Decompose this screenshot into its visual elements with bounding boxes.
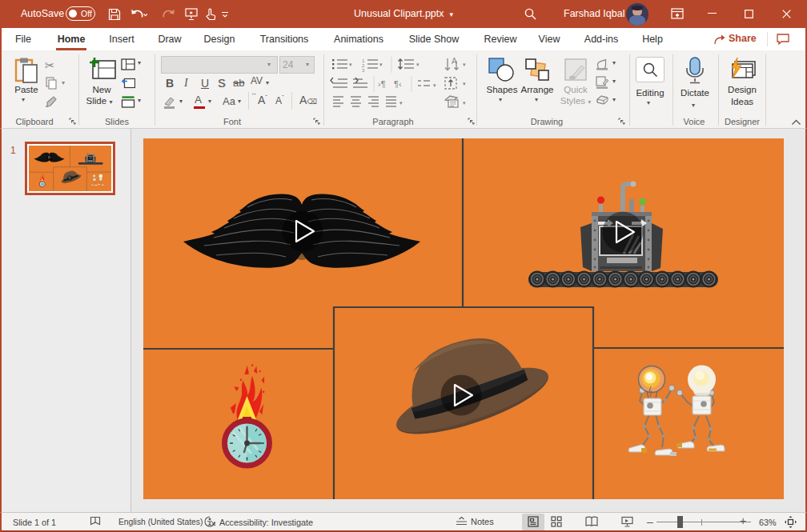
svg-text:▾: ▾ [416, 62, 420, 67]
svg-text:▾: ▾ [433, 82, 436, 88]
svg-text:▾: ▾ [463, 100, 466, 106]
svg-text:▾: ▾ [399, 100, 403, 106]
svg-text:▾: ▾ [463, 81, 466, 86]
svg-text:¶‹: ¶‹ [394, 79, 402, 89]
svg-text:▾: ▾ [463, 62, 466, 67]
svg-text:›¶: ›¶ [378, 79, 386, 89]
svg-text:3: 3 [362, 68, 365, 73]
svg-text:▾: ▾ [349, 62, 352, 67]
svg-text:▾: ▾ [379, 62, 383, 67]
